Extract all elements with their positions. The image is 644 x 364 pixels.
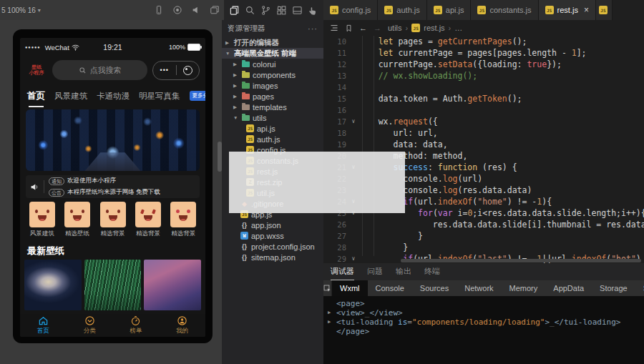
category-label: 精选背景 (101, 230, 125, 238)
fold-icon[interactable]: ∨ (348, 253, 358, 263)
wxml-node[interactable]: ▶<view>_</view> (328, 308, 644, 318)
git-branch-icon[interactable] (260, 5, 271, 16)
tree-item[interactable]: ▶colorui (222, 59, 323, 69)
multi-window-icon[interactable] (205, 0, 224, 20)
horizontal-scrollbar[interactable] (401, 259, 641, 262)
phone-icon[interactable] (150, 0, 168, 20)
extensions-icon[interactable] (276, 5, 287, 16)
tree-item[interactable]: ▶components (222, 69, 323, 80)
tree-item[interactable]: ▶images (222, 80, 323, 91)
tree-item[interactable]: JSauth.js (222, 134, 323, 144)
tree-item-label: api.js (257, 124, 275, 133)
search-icon[interactable] (245, 5, 255, 16)
devtools-tab-strip: WxmlConsoleSourcesNetworkMemoryAppDataSt… (332, 280, 644, 296)
tree-item[interactable]: ▶pages (222, 91, 323, 102)
wxml-node[interactable]: </page> (328, 327, 644, 336)
fold-spacer (348, 127, 358, 139)
speaker-icon[interactable] (187, 0, 205, 20)
nav-tab-item[interactable]: 卡通动漫 (97, 91, 130, 102)
wallpaper-thumbnail[interactable] (144, 260, 201, 310)
tree-item[interactable]: Wapp.wxss (222, 230, 323, 241)
banner-image[interactable] (26, 109, 200, 171)
wallpaper-thumbnail[interactable] (24, 260, 82, 310)
panel-layout-icon[interactable] (292, 5, 303, 16)
chevron-icon (84, 315, 95, 326)
panel-tab[interactable]: 输出 (396, 263, 411, 280)
more-menu-button[interactable]: ••• (153, 67, 176, 74)
tree-item[interactable]: ▼utils (222, 112, 323, 123)
tabbar-item[interactable]: 榜单 (113, 315, 160, 335)
editor-tab[interactable]: JS (596, 0, 613, 20)
devtools-tab[interactable]: Wxml (332, 280, 368, 296)
breadcrumb-symbol[interactable]: … (454, 24, 462, 32)
editor-tab[interactable]: JSapi.js (427, 0, 472, 20)
editor-tab[interactable]: JSauth.js (378, 0, 426, 20)
chevron-right-icon: › (449, 24, 452, 32)
tree-item[interactable]: {}app.json (222, 220, 323, 230)
device-selector[interactable]: 5 100% 16 ▾ (1, 6, 41, 14)
fold-icon[interactable]: ∨ (348, 116, 358, 127)
tree-arrow-icon: ▶ (225, 40, 231, 46)
category-item[interactable]: 精选壁纸 (59, 202, 94, 239)
search-input[interactable]: 点我搜索 (52, 60, 147, 80)
devtools-tab[interactable]: Security (635, 280, 644, 296)
back-arrow-icon[interactable]: ← (359, 24, 367, 32)
fold-spacer (348, 104, 358, 116)
editor-tab[interactable]: JSconstants.js (471, 0, 538, 20)
forward-arrow-icon[interactable]: → (374, 24, 381, 32)
record-icon[interactable] (168, 0, 187, 20)
element-picker-button[interactable] (323, 280, 332, 296)
nav-tab-item[interactable]: 明星写真集 (139, 91, 180, 102)
close-miniapp-button[interactable] (177, 66, 200, 75)
emoji-face-icon (170, 202, 196, 227)
explorer-menu-button[interactable]: ··· (308, 24, 318, 33)
category-item[interactable]: 精选背景 (166, 202, 201, 239)
category-item[interactable]: 精选背景 (95, 202, 130, 239)
editor-tab[interactable]: JSrest.js× (539, 0, 596, 20)
category-label: 精选壁纸 (65, 230, 89, 238)
tree-item[interactable]: ▶打开的编辑器 (222, 37, 323, 48)
tree-item-label: 打开的编辑器 (234, 38, 279, 48)
close-icon[interactable]: × (584, 6, 589, 14)
code-area[interactable]: 10 let pages = getCurrentPages();11 let … (323, 36, 644, 263)
nav-tab-active[interactable]: 首页 (27, 90, 45, 102)
files-icon[interactable] (229, 5, 240, 16)
tree-item[interactable]: {}project.config.json (222, 241, 323, 252)
nav-tab-item[interactable]: 风景建筑 (54, 91, 87, 102)
breadcrumb-path: utils › JS rest.js › … (388, 24, 462, 32)
tabbar-item[interactable]: 我的 (159, 315, 205, 335)
panel-tab[interactable]: 问题 (367, 263, 383, 280)
hand-tool-icon[interactable] (308, 5, 318, 16)
expand-arrow-icon[interactable]: ▶ (328, 308, 336, 318)
breadcrumb-folder[interactable]: utils (388, 24, 402, 32)
more-categories-badge[interactable]: 更多分类 (190, 91, 206, 101)
tree-item[interactable]: ▼高端黑金壁纸 前端 (222, 48, 323, 59)
category-item[interactable]: 风景建筑 (24, 202, 59, 239)
wallpaper-thumbnail[interactable] (84, 260, 142, 310)
devtools-tab[interactable]: Console (368, 280, 412, 296)
wxml-node[interactable]: <page> (328, 299, 644, 308)
editor-tab[interactable]: JSconfig.js (323, 0, 378, 20)
tree-item[interactable]: ▶templates (222, 102, 323, 112)
devtools-tab[interactable]: Memory (502, 280, 546, 296)
bookmark-icon[interactable] (345, 24, 353, 32)
panel-tab[interactable]: 调试器 (331, 263, 354, 280)
devtools-tab[interactable]: Storage (592, 280, 635, 296)
chevron-right-icon: › (406, 24, 409, 32)
outline-list-icon[interactable] (330, 24, 338, 32)
devtools-tab[interactable]: Sources (412, 280, 457, 296)
tabbar-item[interactable]: 分类 (67, 315, 113, 335)
tree-item[interactable]: JSapi.js (222, 123, 323, 134)
breadcrumb-file[interactable]: rest.js (424, 24, 444, 32)
tree-item-label: images (253, 82, 278, 90)
category-item[interactable]: 精选背景 (130, 202, 165, 239)
code-line: 12 currentPage.setData({loading: true}); (323, 59, 644, 70)
code-text: // wx.showLoading(); (358, 70, 477, 82)
tree-item[interactable]: {}sitemap.json (222, 252, 323, 262)
panel-tab[interactable]: 终端 (424, 263, 440, 280)
devtools-tab[interactable]: AppData (545, 280, 592, 296)
wxml-node[interactable]: ▶<tui-loading is="components/loading/loa… (328, 318, 644, 327)
expand-arrow-icon[interactable]: ▶ (328, 318, 336, 327)
tabbar-item[interactable]: 首页 (20, 315, 67, 335)
devtools-tab[interactable]: Network (457, 280, 501, 296)
